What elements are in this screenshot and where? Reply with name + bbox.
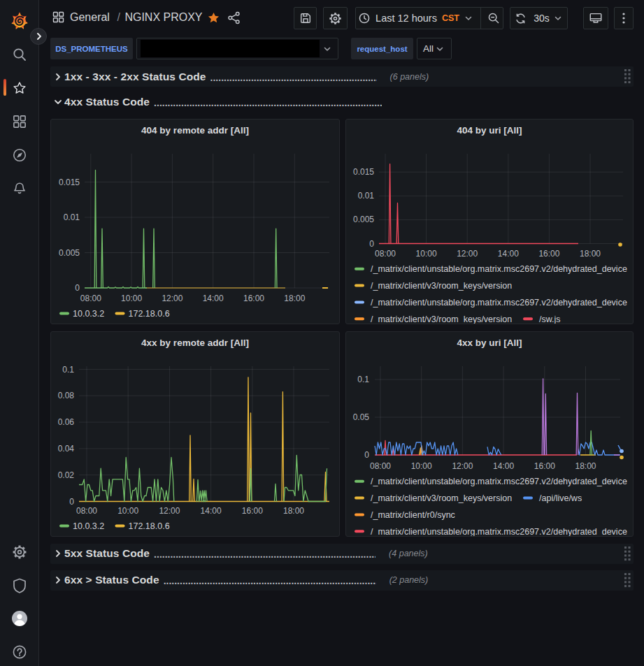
svg-text:/api/live/ws: /api/live/ws bbox=[539, 493, 582, 503]
svg-text:12:00: 12:00 bbox=[159, 506, 180, 516]
svg-text:0.005: 0.005 bbox=[353, 215, 374, 224]
svg-text:08:00: 08:00 bbox=[375, 249, 396, 259]
svg-text:18:00: 18:00 bbox=[284, 294, 305, 303]
svg-text:10.0.3.2: 10.0.3.2 bbox=[73, 521, 104, 531]
svg-text:14:00: 14:00 bbox=[203, 294, 224, 303]
svg-text:/_matrix/client/unstable/org.m: /_matrix/client/unstable/org.matrix.msc2… bbox=[371, 477, 627, 486]
svg-text:16:00: 16:00 bbox=[534, 461, 555, 471]
svg-text:18:00: 18:00 bbox=[575, 461, 596, 471]
svg-text:14:00: 14:00 bbox=[498, 249, 519, 259]
svg-text:18:00: 18:00 bbox=[283, 506, 304, 516]
svg-text:0.05: 0.05 bbox=[353, 412, 370, 422]
svg-text:08:00: 08:00 bbox=[370, 461, 391, 471]
svg-text:16:00: 16:00 bbox=[243, 294, 264, 303]
svg-text:/_matrix/client/v3/room_keys/v: /_matrix/client/v3/room_keys/version bbox=[371, 314, 512, 324]
svg-text:0.02: 0.02 bbox=[58, 470, 75, 480]
svg-text:0.1: 0.1 bbox=[357, 375, 369, 384]
svg-text:0.01: 0.01 bbox=[64, 212, 80, 222]
svg-text:0: 0 bbox=[75, 283, 80, 293]
svg-text:/_matrix/client/v3/room_keys/v: /_matrix/client/v3/room_keys/version bbox=[371, 493, 512, 503]
svg-text:08:00: 08:00 bbox=[76, 506, 97, 516]
svg-text:14:00: 14:00 bbox=[493, 461, 514, 471]
svg-text:16:00: 16:00 bbox=[242, 506, 263, 516]
svg-text:0.1: 0.1 bbox=[62, 365, 74, 375]
svg-text:0: 0 bbox=[369, 239, 374, 249]
svg-text:0.015: 0.015 bbox=[59, 178, 80, 187]
svg-text:0.08: 0.08 bbox=[58, 391, 75, 400]
svg-text:10.0.3.2: 10.0.3.2 bbox=[73, 309, 104, 319]
svg-text:08:00: 08:00 bbox=[80, 294, 101, 303]
svg-text:0: 0 bbox=[69, 497, 74, 507]
svg-text:/_matrix/client/unstable/org.m: /_matrix/client/unstable/org.matrix.msc2… bbox=[371, 264, 627, 274]
svg-text:10:00: 10:00 bbox=[121, 294, 142, 303]
svg-text:0.015: 0.015 bbox=[353, 167, 374, 177]
svg-text:172.18.0.6: 172.18.0.6 bbox=[129, 309, 170, 319]
svg-text:10:00: 10:00 bbox=[411, 461, 432, 471]
svg-text:/_matrix/client/unstable/org.m: /_matrix/client/unstable/org.matrix.msc2… bbox=[371, 298, 627, 307]
svg-text:0.01: 0.01 bbox=[358, 191, 375, 201]
svg-text:12:00: 12:00 bbox=[457, 249, 478, 259]
svg-text:10:00: 10:00 bbox=[416, 249, 437, 259]
svg-text:/sw.js: /sw.js bbox=[539, 314, 561, 324]
svg-text:0.06: 0.06 bbox=[58, 417, 75, 427]
svg-text:12:00: 12:00 bbox=[162, 294, 183, 303]
svg-text:0: 0 bbox=[364, 450, 369, 460]
svg-text:/_matrix/client/v3/room_keys/v: /_matrix/client/v3/room_keys/version bbox=[371, 281, 512, 291]
svg-text:14:00: 14:00 bbox=[201, 506, 222, 516]
svg-text:0.005: 0.005 bbox=[59, 248, 80, 258]
svg-text:0.04: 0.04 bbox=[58, 444, 75, 454]
svg-text:/_matrix/client/r0/sync: /_matrix/client/r0/sync bbox=[371, 510, 455, 520]
svg-text:12:00: 12:00 bbox=[452, 461, 473, 471]
svg-text:/_matrix/client/unstable/org.m: /_matrix/client/unstable/org.matrix.msc2… bbox=[371, 527, 627, 537]
svg-text:18:00: 18:00 bbox=[580, 249, 601, 259]
svg-text:10:00: 10:00 bbox=[117, 506, 138, 516]
svg-text:16:00: 16:00 bbox=[538, 249, 559, 259]
svg-text:172.18.0.6: 172.18.0.6 bbox=[129, 521, 170, 531]
